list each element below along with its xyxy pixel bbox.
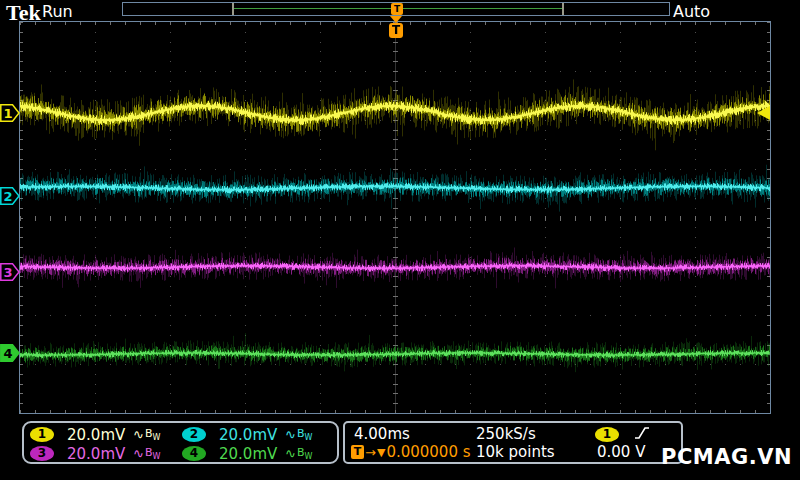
ch1-ac-coupling-icon: ∿ bbox=[133, 427, 144, 442]
ch1-position-marker: 1 bbox=[0, 104, 20, 122]
watermark: PCMAG.VN bbox=[661, 445, 792, 469]
ch3-readout: 3 20.0mV ∿ BW bbox=[30, 445, 160, 462]
trigger-level-value: 0.00 V bbox=[597, 443, 645, 461]
ch1-badge: 1 bbox=[30, 427, 54, 442]
ch2-position-marker: 2 bbox=[0, 187, 20, 205]
svg-text:2: 2 bbox=[4, 189, 13, 204]
ch1-bandwidth-limit-icon: BW bbox=[145, 427, 160, 442]
sample-rate: 250kS/s bbox=[476, 425, 536, 443]
arrow-right-icon: → bbox=[365, 445, 376, 460]
ch2-ac-coupling-icon: ∿ bbox=[285, 427, 296, 442]
ch2-scale: 20.0mV bbox=[219, 426, 281, 444]
record-length: 10k points bbox=[476, 443, 555, 461]
ch4-ac-coupling-icon: ∿ bbox=[285, 446, 296, 461]
ch1-readout: 1 20.0mV ∿ BW bbox=[30, 426, 160, 443]
trigger-mode-label: Auto bbox=[673, 2, 710, 21]
graticule bbox=[19, 21, 771, 414]
ch4-scale: 20.0mV bbox=[219, 445, 281, 463]
timebase-scale: 4.00ms bbox=[354, 425, 410, 443]
ch3-position-marker: 3 bbox=[0, 263, 20, 281]
trigger-delay-value: 0.000000 s bbox=[386, 443, 470, 461]
record-trigger-marker: T bbox=[391, 3, 403, 15]
acquisition-status: Run bbox=[42, 2, 73, 21]
trigger-t-icon: T bbox=[389, 23, 403, 38]
trigger-level-arrow-icon bbox=[757, 106, 770, 120]
ch4-bandwidth-limit-icon: BW bbox=[297, 446, 312, 461]
waveform-canvas bbox=[20, 22, 770, 413]
ch4-readout: 4 20.0mV ∿ BW bbox=[182, 445, 312, 462]
svg-text:1: 1 bbox=[4, 106, 13, 121]
trigger-position-marker: T bbox=[388, 16, 404, 38]
ch4-position-marker: 4 bbox=[0, 344, 20, 362]
trigger-down-arrow-icon bbox=[390, 16, 402, 23]
trigger-flag-icon: T bbox=[351, 445, 364, 459]
ch2-bandwidth-limit-icon: BW bbox=[297, 427, 312, 442]
ch3-scale: 20.0mV bbox=[67, 445, 129, 463]
record-window-bracket-right bbox=[562, 3, 564, 15]
trigger-source: 1 bbox=[595, 426, 619, 443]
ch2-readout: 2 20.0mV ∿ BW bbox=[182, 426, 312, 443]
channel-readout-panel: 1 20.0mV ∿ BW 2 20.0mV ∿ BW 3 20.0mV ∿ B… bbox=[22, 421, 339, 464]
ch3-bandwidth-limit-icon: BW bbox=[145, 446, 160, 461]
oscilloscope-screen: Tek Run Auto T T 1 2 3 bbox=[0, 0, 800, 480]
trigger-delay-readout: T → ▼ 0.000000 s bbox=[351, 443, 471, 461]
ch4-badge: 4 bbox=[182, 446, 206, 461]
ch2-badge: 2 bbox=[182, 427, 206, 442]
record-view-bar: T bbox=[122, 2, 670, 16]
svg-text:4: 4 bbox=[4, 346, 13, 361]
ch3-ac-coupling-icon: ∿ bbox=[133, 446, 144, 461]
trigger-position-icon: ▼ bbox=[377, 446, 385, 459]
record-window-bracket-left bbox=[232, 3, 234, 15]
timebase-trigger-panel: 4.00ms 250kS/s 1 T → ▼ 0.000000 s 10k po… bbox=[343, 421, 683, 464]
ch1-scale: 20.0mV bbox=[67, 426, 129, 444]
ch3-badge: 3 bbox=[30, 446, 54, 461]
trigger-source-badge: 1 bbox=[595, 427, 619, 442]
svg-text:3: 3 bbox=[4, 265, 13, 280]
